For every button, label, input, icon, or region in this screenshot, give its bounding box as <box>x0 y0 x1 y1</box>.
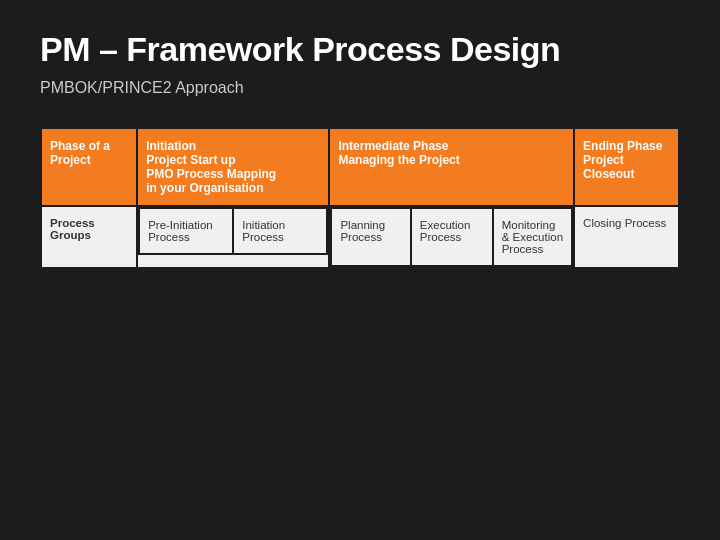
phase-label-cell: Phase of a Project <box>41 128 137 206</box>
subtitle: PMBOK/PRINCE2 Approach <box>40 79 680 97</box>
monitoring-cell: Monitoring & Execution Process <box>493 208 572 266</box>
phase-intermediate-cell: Intermediate Phase Managing the Project <box>329 128 574 206</box>
initiation-process-cell: Initiation Process <box>233 208 327 254</box>
planning-label: Planning Process <box>340 219 385 243</box>
phase-ending-text: Ending Phase Project Closeout <box>583 139 662 181</box>
process-groups-main-cell: Planning Process Execution Process Monit… <box>329 206 574 268</box>
phase-initiation-cell: Initiation Project Start up PMO Process … <box>137 128 329 206</box>
page: PM – Framework Process Design PMBOK/PRIN… <box>0 0 720 540</box>
phase-row: Phase of a Project Initiation Project St… <box>41 128 679 206</box>
planning-cell: Planning Process <box>331 208 410 266</box>
process-row: Process Groups Pre-Initiation Process In… <box>41 206 679 268</box>
execution-label: Execution Process <box>420 219 471 243</box>
monitoring-label: Monitoring & Execution Process <box>502 219 563 255</box>
pre-initiation-cell: Pre-Initiation Process <box>139 208 233 254</box>
framework-table: Phase of a Project Initiation Project St… <box>40 127 680 269</box>
phase-intermediate-text: Intermediate Phase Managing the Project <box>338 139 459 167</box>
pre-initiation-label: Pre-Initiation Process <box>148 219 213 243</box>
phase-label: Phase of a Project <box>50 139 110 167</box>
initiation-process-label: Initiation Process <box>242 219 285 243</box>
closing-cell: Closing Process <box>574 206 679 268</box>
page-title: PM – Framework Process Design <box>40 30 680 69</box>
phase-initiation-text: Initiation Project Start up PMO Process … <box>146 139 276 195</box>
closing-label: Closing Process <box>583 217 666 229</box>
process-groups-label: Process Groups <box>50 217 95 241</box>
process-groups-label-cell: Process Groups <box>41 206 137 268</box>
execution-cell: Execution Process <box>411 208 493 266</box>
process-groups-detail-cell: Pre-Initiation Process Initiation Proces… <box>137 206 329 268</box>
phase-ending-cell: Ending Phase Project Closeout <box>574 128 679 206</box>
